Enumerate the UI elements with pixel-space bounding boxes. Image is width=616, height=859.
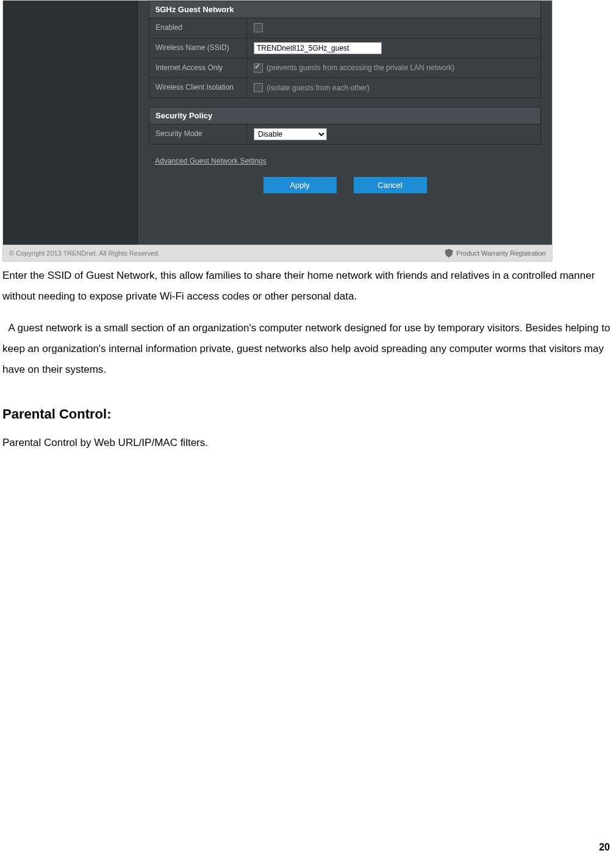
- enabled-label: Enabled: [149, 18, 248, 38]
- internet-access-only-checkbox[interactable]: [254, 63, 263, 73]
- router-sidebar: [3, 1, 138, 245]
- security-mode-select[interactable]: Disable: [254, 128, 327, 140]
- shield-icon: [445, 249, 453, 257]
- copyright-text: © Copyright 2013 TRENDnet. All Rights Re…: [9, 250, 160, 257]
- ssid-input[interactable]: [254, 42, 382, 54]
- apply-button[interactable]: Apply: [263, 177, 337, 193]
- paragraph-2: A guest network is a small section of an…: [2, 318, 614, 380]
- advanced-settings-link[interactable]: Advanced Guest Network Settings: [155, 157, 267, 165]
- router-footer: © Copyright 2013 TRENDnet. All Rights Re…: [3, 245, 552, 261]
- guest-network-panel: 5GHz Guest Network Enabled Wireless Name…: [149, 1, 541, 98]
- security-policy-panel: Security Policy Security Mode Disable: [149, 107, 541, 145]
- security-policy-header: Security Policy: [149, 107, 540, 124]
- paragraph-1: Enter the SSID of Guest Network, this al…: [2, 265, 614, 307]
- parental-control-heading: Parental Control:: [2, 401, 614, 428]
- ssid-label: Wireless Name (SSID): [149, 38, 248, 58]
- cancel-button[interactable]: Cancel: [354, 177, 427, 193]
- client-isolation-checkbox[interactable]: [254, 83, 263, 92]
- paragraph-3: Parental Control by Web URL/IP/MAC filte…: [2, 433, 614, 453]
- router-screenshot: 5GHz Guest Network Enabled Wireless Name…: [2, 0, 553, 262]
- document-body: Enter the SSID of Guest Network, this al…: [2, 265, 614, 453]
- client-isolation-note: (isolate guests from each other): [267, 84, 370, 92]
- client-isolation-label: Wireless Client Isolation: [149, 78, 248, 98]
- guest-network-header: 5GHz Guest Network: [149, 1, 540, 18]
- security-mode-label: Security Mode: [149, 124, 248, 144]
- warranty-link[interactable]: Product Warranty Registration: [456, 250, 546, 257]
- internet-access-only-label: Internet Access Only: [149, 59, 248, 78]
- internet-access-only-note: (prevents guests from accessing the priv…: [267, 63, 454, 72]
- page-number: 20: [599, 842, 610, 853]
- enabled-checkbox[interactable]: [254, 23, 263, 32]
